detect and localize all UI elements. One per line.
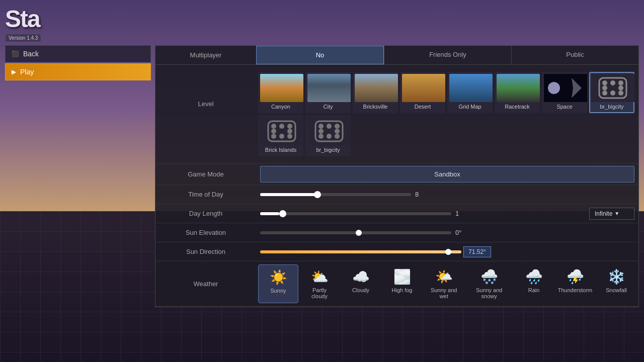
cloudy-icon: ☁️ <box>352 268 370 285</box>
svg-point-9 <box>618 85 623 90</box>
weather-item-rain[interactable]: 🌧️ Rain <box>514 264 554 303</box>
day-length-control: 1 Infinite ▼ <box>256 206 638 222</box>
svg-point-29 <box>335 129 340 134</box>
time-of-day-control: 8 <box>256 189 638 200</box>
svg-point-26 <box>327 124 332 129</box>
sunny-wet-icon: 🌤️ <box>435 268 453 285</box>
level-item-city[interactable]: City <box>305 72 351 113</box>
version-badge: Version 1.4.3 <box>5 34 41 42</box>
sun-direction-label: Sun Direction <box>155 244 256 259</box>
svg-point-21 <box>279 134 284 139</box>
level-item-canyon[interactable]: Canyon <box>258 72 303 113</box>
sun-direction-track[interactable] <box>260 250 461 253</box>
svg-point-8 <box>602 85 607 90</box>
svg-point-20 <box>271 134 276 139</box>
sun-direction-thumb[interactable] <box>445 249 451 255</box>
weather-label: Weather <box>155 276 256 292</box>
logo-area: Sta Version 1.4.3 <box>5 5 41 42</box>
weather-item-snowfall[interactable]: ❄️ Snowfall <box>596 264 636 303</box>
weather-item-sunny-snowy[interactable]: 🌨️ Sunny and snowy <box>465 264 513 303</box>
level-item-space[interactable]: Space <box>542 72 587 113</box>
multiplayer-row: Multiplayer No Friends Only Public <box>155 46 638 65</box>
left-sidebar: ⬛ Back ▶ Play <box>5 45 151 81</box>
weather-item-thunderstorm[interactable]: ⛈️ Thunderstorm <box>555 264 595 303</box>
weather-item-sunny-wet[interactable]: 🌤️ Sunny and wet <box>423 264 464 303</box>
svg-point-27 <box>335 124 340 129</box>
sun-direction-row: Sun Direction 71.52° <box>155 242 638 261</box>
sunny-snowy-icon: 🌨️ <box>480 268 498 285</box>
level-item-bricksville[interactable]: Bricksville <box>353 72 398 113</box>
svg-point-11 <box>610 90 615 96</box>
level-item-br-bigcity-1[interactable]: br_bigcity <box>589 72 634 113</box>
sun-elevation-row: Sun Elevation 0° <box>155 223 638 242</box>
level-thumb-desert <box>402 74 445 102</box>
weather-item-cloudy[interactable]: ☁️ Cloudy <box>341 264 381 303</box>
level-thumb-space <box>544 74 587 102</box>
svg-point-25 <box>318 124 324 129</box>
day-length-inner: 1 Infinite ▼ <box>260 208 634 220</box>
sun-elevation-value: 0° <box>455 229 461 236</box>
play-button[interactable]: ▶ Play <box>5 63 151 80</box>
svg-point-12 <box>618 90 623 96</box>
day-length-track[interactable] <box>260 212 451 215</box>
day-length-value: 1 <box>455 210 459 217</box>
time-of-day-thumb[interactable] <box>314 191 321 198</box>
level-thumb-bricksville <box>355 74 398 102</box>
time-of-day-track[interactable] <box>260 193 411 196</box>
time-of-day-value: 8 <box>415 191 430 198</box>
main-panel: Multiplayer No Friends Only Public Level… <box>155 45 639 307</box>
multiplayer-options: No Friends Only Public <box>256 46 638 64</box>
sun-elevation-label: Sun Elevation <box>155 225 256 240</box>
back-button[interactable]: ⬛ Back <box>5 45 151 62</box>
level-item-racetrack[interactable]: Racetrack <box>495 72 540 113</box>
svg-point-31 <box>327 134 332 139</box>
day-length-thumb[interactable] <box>279 210 286 217</box>
weather-item-partly-cloudy[interactable]: ⛅ Partly cloudy <box>299 264 340 303</box>
sun-elevation-inner: 0° <box>260 229 634 236</box>
weather-item-sunny[interactable]: ☀️ Sunny <box>258 264 298 303</box>
svg-point-15 <box>271 124 276 129</box>
level-item-gridmap[interactable]: Grid Map <box>447 72 493 113</box>
sunny-icon: ☀️ <box>270 269 287 286</box>
level-item-desert[interactable]: Desert <box>400 72 445 113</box>
level-label: Level <box>155 70 256 112</box>
svg-point-30 <box>318 134 324 139</box>
level-thumb-br-bigcity-2 <box>307 117 351 145</box>
infinite-selector[interactable]: Infinite ▼ <box>589 208 634 220</box>
day-length-label: Day Length <box>155 206 256 221</box>
game-mode-label: Game Mode <box>155 166 256 182</box>
weather-row: Weather ☀️ Sunny ⛅ Partly cloudy ☁️ Clou… <box>155 261 638 307</box>
game-mode-control: Sandbox <box>256 164 638 185</box>
mp-option-friends[interactable]: Friends Only <box>384 46 511 64</box>
level-thumb-br-bigcity-1 <box>591 74 634 102</box>
svg-point-10 <box>602 90 607 96</box>
svg-point-19 <box>287 129 292 134</box>
sun-direction-inner: 71.52° <box>260 246 634 257</box>
thunderstorm-icon: ⛈️ <box>567 268 584 285</box>
snowfall-icon: ❄️ <box>608 268 625 285</box>
day-length-fill <box>260 212 279 215</box>
game-mode-value[interactable]: Sandbox <box>260 166 634 183</box>
level-row: Level Canyon City Bricksville Desert Gri <box>155 65 638 164</box>
level-grid: Canyon City Bricksville Desert Grid Map … <box>256 70 638 158</box>
svg-point-16 <box>279 124 284 129</box>
level-item-brick-islands[interactable]: Brick Islands <box>258 115 303 156</box>
level-thumb-gridmap <box>449 74 493 102</box>
weather-item-high-fog[interactable]: 🌫️ High fog <box>382 264 422 303</box>
level-thumb-canyon <box>260 74 303 102</box>
svg-point-1 <box>548 82 560 94</box>
sun-elevation-thumb[interactable] <box>356 230 362 236</box>
level-item-br-bigcity-2[interactable]: br_bigcity <box>305 115 351 156</box>
mp-option-no[interactable]: No <box>256 46 384 64</box>
svg-point-6 <box>610 80 615 85</box>
level-thumb-racetrack <box>497 74 540 102</box>
game-mode-row: Game Mode Sandbox <box>155 164 638 185</box>
sun-direction-control: 71.52° <box>256 244 638 259</box>
sun-elevation-track[interactable] <box>260 231 451 234</box>
level-thumb-city <box>307 74 351 102</box>
mp-option-public[interactable]: Public <box>511 46 638 64</box>
level-thumb-brick-islands <box>260 117 303 145</box>
svg-point-7 <box>618 80 623 85</box>
partly-cloudy-icon: ⛅ <box>311 268 329 285</box>
weather-options: ☀️ Sunny ⛅ Partly cloudy ☁️ Cloudy 🌫️ Hi… <box>256 261 638 306</box>
